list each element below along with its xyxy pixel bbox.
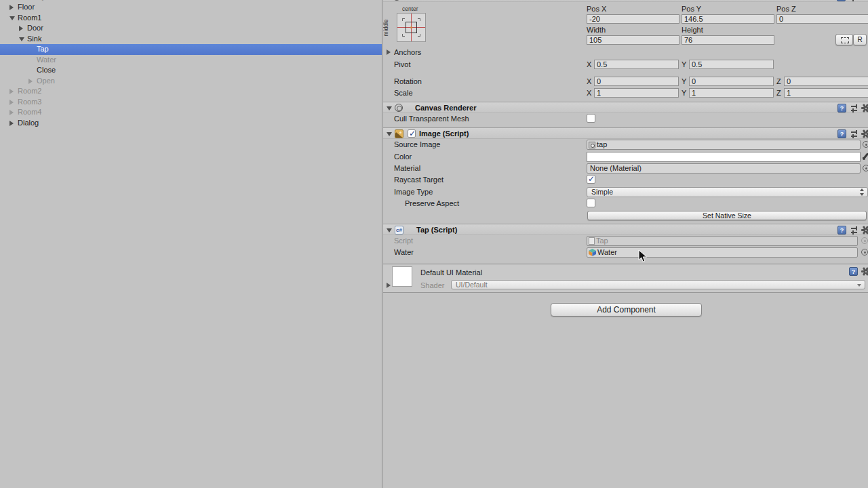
- image-component-header[interactable]: Image (Script) ?: [383, 127, 868, 139]
- scale-z-field[interactable]: 1: [784, 88, 868, 98]
- material-preview-thumbnail[interactable]: [392, 266, 412, 287]
- material-field[interactable]: None (Material): [587, 163, 861, 174]
- hierarchy-panel: EventSystemFloorRoom1DoorSinkTapWaterClo…: [0, 0, 382, 488]
- script-doc-icon: [589, 237, 595, 245]
- help-icon[interactable]: ?: [837, 0, 846, 1]
- pos-x-field[interactable]: -20: [587, 14, 679, 24]
- scale-y-field[interactable]: 1: [689, 88, 774, 98]
- hierarchy-item-tap[interactable]: Tap: [0, 44, 382, 55]
- set-native-size-button[interactable]: Set Native Size: [587, 211, 867, 220]
- hierarchy-item-room2[interactable]: Room2: [0, 86, 382, 97]
- gear-icon[interactable]: [861, 267, 868, 276]
- help-icon[interactable]: ?: [837, 104, 846, 113]
- image-foldout-icon[interactable]: [387, 132, 392, 136]
- color-swatch[interactable]: [587, 152, 861, 162]
- image-type-dropdown[interactable]: Simple: [587, 187, 868, 197]
- hierarchy-item-water[interactable]: Water: [0, 55, 382, 66]
- presets-icon[interactable]: [850, 129, 859, 138]
- anchor-preset-widget[interactable]: [397, 13, 426, 42]
- foldout-expanded-icon[interactable]: [19, 37, 24, 41]
- canvas-renderer-header[interactable]: Canvas Renderer ?: [383, 102, 868, 113]
- height-field[interactable]: 76: [682, 35, 774, 45]
- gear-icon[interactable]: [861, 129, 868, 138]
- foldout-expanded-icon[interactable]: [9, 16, 15, 20]
- preserve-aspect-checkbox[interactable]: [587, 199, 595, 207]
- hierarchy-item-room1[interactable]: Room1: [0, 13, 382, 24]
- pivot-x-field[interactable]: 0.5: [594, 60, 679, 69]
- pos-y-label: Pos Y: [682, 4, 701, 14]
- color-label: Color: [394, 152, 412, 161]
- tap-script-header[interactable]: c# Tap (Script) ?: [383, 224, 868, 235]
- help-icon[interactable]: ?: [849, 267, 858, 276]
- image-type-value: Simple: [591, 188, 613, 196]
- rotation-z-field[interactable]: 0: [784, 77, 868, 86]
- rotation-y-axis-label: Y: [682, 77, 686, 86]
- raw-mode-button[interactable]: R: [853, 34, 867, 45]
- material-preview-block: Default UI Material ? Shader UI/Default: [383, 264, 868, 293]
- material-foldout-icon[interactable]: [387, 283, 391, 288]
- hierarchy-item-room3[interactable]: Room3: [0, 97, 382, 108]
- water-field[interactable]: Water: [587, 247, 858, 258]
- sprite-icon: [589, 142, 595, 148]
- object-picker-icon[interactable]: [863, 165, 868, 171]
- tap-script-foldout-icon[interactable]: [387, 228, 392, 232]
- help-icon[interactable]: ?: [837, 129, 846, 138]
- foldout-collapsed-icon[interactable]: [9, 100, 14, 105]
- presets-icon[interactable]: [850, 0, 859, 1]
- hierarchy-item-label: Door: [27, 23, 43, 34]
- hierarchy-item-room4[interactable]: Room4: [0, 107, 382, 118]
- source-image-value: tap: [597, 140, 607, 149]
- foldout-collapsed-icon[interactable]: [9, 121, 14, 126]
- canvas-renderer-foldout-icon[interactable]: [387, 106, 392, 110]
- shader-dropdown[interactable]: UI/Default: [451, 280, 865, 289]
- object-picker-icon[interactable]: [863, 141, 868, 148]
- hierarchy-item-label: Floor: [18, 2, 35, 13]
- foldout-collapsed-icon[interactable]: [9, 5, 14, 10]
- cull-transparent-mesh-checkbox[interactable]: [587, 114, 595, 123]
- raycast-target-checkbox[interactable]: [587, 175, 595, 184]
- rect-transform-icon: [393, 0, 401, 1]
- hierarchy-item-label: Open: [37, 76, 55, 87]
- pos-x-label: Pos X: [587, 4, 606, 14]
- eyedropper-icon[interactable]: [861, 152, 868, 161]
- pos-z-label: Pos Z: [776, 4, 796, 14]
- pivot-y-field[interactable]: 0.5: [689, 60, 774, 69]
- shader-label: Shader: [420, 281, 444, 290]
- gear-icon[interactable]: [861, 226, 868, 235]
- pos-y-field[interactable]: 146.5: [682, 14, 774, 24]
- dropdown-arrow-icon: [857, 284, 861, 287]
- canvas-renderer-icon: [395, 104, 403, 112]
- blueprint-icon: [841, 37, 849, 43]
- gear-icon[interactable]: [861, 104, 868, 113]
- width-field[interactable]: 105: [587, 35, 679, 45]
- hierarchy-item-open[interactable]: Open: [0, 76, 382, 87]
- hierarchy-item-dialog[interactable]: Dialog: [0, 118, 382, 129]
- rect-transform-header[interactable]: Rect Transform ?: [383, 0, 868, 2]
- image-enabled-checkbox[interactable]: [408, 129, 416, 138]
- foldout-collapsed-icon[interactable]: [9, 110, 14, 115]
- rotation-x-axis-label: X: [587, 77, 591, 86]
- blueprint-mode-button[interactable]: [835, 34, 853, 45]
- hierarchy-item-floor[interactable]: Floor: [0, 2, 382, 13]
- presets-icon[interactable]: [850, 104, 859, 113]
- hierarchy-item-label: Room4: [18, 107, 41, 118]
- popup-arrows-icon: [860, 188, 865, 196]
- hierarchy-item-close[interactable]: Close: [0, 65, 382, 76]
- script-label: Script: [394, 236, 413, 245]
- rotation-y-field[interactable]: 0: [689, 77, 774, 86]
- help-icon[interactable]: ?: [837, 226, 846, 235]
- anchors-foldout-icon[interactable]: [387, 49, 391, 55]
- presets-icon[interactable]: [850, 226, 859, 235]
- scale-x-field[interactable]: 1: [594, 88, 679, 98]
- add-component-button[interactable]: Add Component: [551, 303, 702, 317]
- foldout-collapsed-icon[interactable]: [28, 79, 33, 84]
- hierarchy-item-door[interactable]: Door: [0, 23, 382, 34]
- object-picker-icon[interactable]: [861, 249, 868, 256]
- source-image-field[interactable]: tap: [587, 140, 861, 150]
- foldout-collapsed-icon[interactable]: [9, 89, 14, 94]
- hierarchy-item-sink[interactable]: Sink: [0, 34, 382, 45]
- rotation-x-field[interactable]: 0: [594, 77, 679, 86]
- pos-z-field[interactable]: 0: [776, 14, 868, 24]
- hierarchy-item-label: Room2: [18, 86, 41, 97]
- foldout-collapsed-icon[interactable]: [19, 26, 23, 31]
